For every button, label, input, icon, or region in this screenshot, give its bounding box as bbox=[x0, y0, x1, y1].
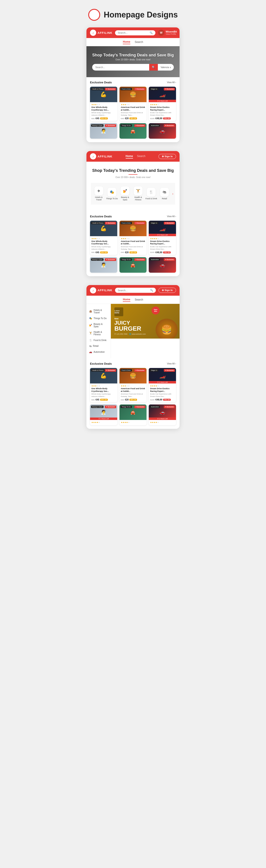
nav-search-3[interactable]: Search bbox=[135, 298, 143, 302]
d3-discount-fitness: 30% Off bbox=[100, 399, 108, 401]
burger-discount-badge: Save 30% bbox=[152, 307, 160, 314]
navbar-search-input[interactable] bbox=[118, 31, 148, 34]
d3-old-price-car: €199 bbox=[150, 399, 155, 401]
deal-stars-car: ★★★★★ bbox=[150, 103, 175, 106]
d3-badge-car: ✦ Exclusive bbox=[164, 369, 175, 372]
d2-old-price-car: €199 bbox=[150, 251, 155, 253]
d3-stars-car: ★★★★★ bbox=[150, 385, 175, 387]
deal-pricing-food: €40 €20 50% Off bbox=[121, 117, 145, 120]
d3-things-card[interactable]: 🎪 Things To Do ✦ Exclusive ★★★★★ bbox=[119, 404, 147, 425]
deal2-card-food[interactable]: 🍔 Food & Drink ✦ Exclusive ★★★★★ America… bbox=[119, 221, 147, 255]
sidebar-item-health[interactable]: 🏋 Health & Fitness bbox=[86, 329, 111, 337]
deal-card-fitness[interactable]: 💪 Health & Fitness ✦ Exclusive ★★★★★ One… bbox=[90, 87, 117, 121]
navbar-3: ♪ AFFILINK 🔍 ⊕ Sign In bbox=[86, 285, 180, 296]
deal2-img-food: 🍔 Food & Drink ✦ Exclusive bbox=[119, 221, 147, 236]
d2-cat-spa: Beauty & Spas bbox=[91, 258, 104, 261]
category-health[interactable]: 🏋 Health & Fitness bbox=[132, 186, 144, 201]
sidebar-retail-label: Retail bbox=[93, 345, 99, 347]
signin-button-2[interactable]: ⊕ Sign In bbox=[159, 154, 176, 159]
nav-search-2[interactable]: Search bbox=[137, 154, 145, 159]
deal-card-things-preview[interactable]: 🎪 Things To Do ✦ Exclusive bbox=[119, 123, 147, 139]
sidebar-main: LOGO HERE New Juicy Burger ✆ 123-456-789… bbox=[111, 304, 180, 359]
deal3-card-car[interactable]: 🏎️ Stage 11 ✦ Exclusive ⏱ 2 Hours Left ★… bbox=[149, 368, 176, 402]
deal-discount-food: 50% Off bbox=[129, 117, 137, 119]
hero-search-bar-1[interactable]: 🔍 Valencia ∨ bbox=[92, 64, 174, 70]
nav-home-2[interactable]: Home bbox=[126, 154, 133, 159]
d2-things-preview[interactable]: 🎪 Things To Do ✦ Exclusive bbox=[119, 257, 147, 273]
deal3-card-food[interactable]: 🍔 Food & Drink ✦ Exclusive ★★★★★ America… bbox=[119, 368, 147, 402]
sidebar-hotels-label: Hotels & Travel bbox=[94, 309, 108, 314]
view-all-button-3[interactable]: View All › bbox=[167, 363, 176, 365]
section-header-3: Exclusive Deals View All › bbox=[90, 362, 176, 365]
d3-name-food: American Food and Drink at SubW... bbox=[121, 388, 145, 393]
categories-row: ✈ Hotels & Travel 🎭 Things To Do 💅 Beaut… bbox=[91, 183, 175, 205]
category-food[interactable]: 🍴 Food & Drink bbox=[145, 188, 157, 200]
deal-name-food: American Food and Drink at SubW... bbox=[121, 106, 145, 111]
d2-spa-preview[interactable]: 🧖 Beauty & Spas ✦ Exclusive bbox=[90, 257, 117, 273]
deal-stars-fitness: ★★★★★ bbox=[91, 103, 116, 106]
category-next-arrow[interactable]: › bbox=[172, 192, 174, 195]
navbar-search-input-3[interactable] bbox=[118, 289, 149, 292]
deal3-card-fitness[interactable]: 💪 Health & Fitness ✦ Exclusive ★★★★★ One… bbox=[90, 368, 117, 402]
navbar-search-box[interactable]: 🔍 bbox=[115, 30, 155, 35]
sidebar-item-beauty[interactable]: 💅 Beauty & Spas bbox=[86, 321, 111, 329]
category-label-health: Health & Fitness bbox=[132, 196, 144, 201]
hero-location-selector[interactable]: Valencia ∨ bbox=[158, 64, 174, 70]
d2-car-icon: 🏎️ bbox=[159, 225, 166, 231]
navbar-search-box-3[interactable]: 🔍 bbox=[115, 288, 156, 293]
sidebar-item-hotels[interactable]: 🏨 Hotels & Travel bbox=[86, 307, 111, 315]
view-all-button-1[interactable]: View All › bbox=[167, 81, 176, 84]
d2-auto-preview[interactable]: 🚗 Automotive ✦ Exclusive bbox=[149, 257, 176, 273]
deal-card-spa-preview[interactable]: 🧖 Beauty & Spas ✦ Exclusive bbox=[90, 123, 117, 139]
deal2-card-car[interactable]: 🏎️ Stage 11 ✦ Exclusive ⏱ 2 Hours Left ★… bbox=[149, 221, 176, 255]
d2-fitness-icon: 💪 bbox=[100, 225, 107, 231]
deal-price-car: €49,99 bbox=[155, 117, 162, 120]
deal-body-food: ★★★★★ American Food and Drink at SubW...… bbox=[119, 102, 147, 121]
d2-body-food: ★★★★★ American Food and Drink at SubW...… bbox=[119, 236, 147, 255]
d3-body-car: ★★★★★ Dream Drive Exotics Racing Experi.… bbox=[149, 383, 176, 402]
d2-desc-fitness: Whole-body cryotherapy reduces inflamm..… bbox=[91, 246, 116, 250]
category-hotels[interactable]: ✈ Hotels & Travel bbox=[92, 186, 105, 201]
hero-burger-banner: LOGO HERE New Juicy Burger ✆ 123-456-789… bbox=[111, 304, 180, 339]
category-retail[interactable]: 🛍 Retail bbox=[158, 188, 170, 200]
deal-card-food[interactable]: 🍔 Food & Drink ✦ Exclusive ★★★★★ America… bbox=[119, 87, 147, 121]
hero-title-1: Shop Today's Trending Deals and Save Big bbox=[92, 53, 174, 58]
deal-card-auto-preview[interactable]: 🚗 Automotive ✦ Exclusive bbox=[149, 123, 176, 139]
deal-body-car: ★★★★★ Dream Drive Exotics Racing Experi.… bbox=[149, 102, 176, 121]
nav-home-3[interactable]: Home bbox=[123, 298, 130, 302]
sidebar-item-things[interactable]: 🎭 Things To Do bbox=[86, 315, 111, 321]
d3-old-price-food: €40 bbox=[121, 399, 124, 401]
signin-button-3[interactable]: ⊕ Sign In bbox=[159, 288, 176, 293]
deal-name-car: Dream Drive Exotics Racing Experi... bbox=[150, 106, 175, 111]
d2-old-price-food: €40 bbox=[121, 251, 124, 253]
d3-stars-auto: ★★★★★ bbox=[150, 421, 175, 424]
category-things[interactable]: 🎭 Things To Do bbox=[106, 188, 118, 200]
deal-badge-car: ✦ Exclusive bbox=[164, 88, 175, 90]
view-all-button-2[interactable]: View All › bbox=[167, 215, 176, 218]
deal-desc-car: Exotic Car Experience with Dream Drive E… bbox=[150, 112, 175, 116]
d3-discount-food: 50% Off bbox=[129, 399, 137, 401]
deal-card-car[interactable]: 🏎️ Stage 11 ✦ Exclusive ⏱ 2 Hours Left ★… bbox=[149, 87, 176, 121]
deal-badge-things-preview: ✦ Exclusive bbox=[134, 124, 145, 127]
d3-spa-card[interactable]: 🧖 Beauty & Spas ✦ Exclusive ⏱ 2 Hours Le… bbox=[90, 404, 117, 425]
nav-home-1[interactable]: Home bbox=[123, 40, 130, 44]
d3-cat-food: Food & Drink bbox=[121, 369, 132, 372]
deal2-card-fitness[interactable]: 💪 Health & Fitness ✦ Exclusive ★★★★★ One… bbox=[90, 221, 117, 255]
hero-search-input-1[interactable] bbox=[92, 64, 149, 70]
category-label-things: Things To Do bbox=[106, 197, 118, 200]
category-beauty[interactable]: 💅 Beauty & Spas bbox=[119, 186, 131, 201]
user-subtitle: View Profile bbox=[166, 33, 177, 35]
deal-category-things-preview: Things To Do bbox=[121, 124, 132, 127]
d3-price-food: €20 bbox=[125, 399, 129, 401]
things-icon: 🎭 bbox=[107, 188, 116, 196]
sidebar-item-food[interactable]: 🍴 Food & Drink bbox=[86, 337, 111, 343]
d3-old-price-fitness: €65 bbox=[91, 399, 95, 401]
hero-search-button[interactable]: 🔍 bbox=[149, 64, 158, 70]
d3-auto-card[interactable]: 🚗 Automotive ✦ Exclusive ⏱ 2 Hours Left … bbox=[149, 404, 176, 425]
hero-burger-left: LOGO HERE New Juicy Burger ✆ 123-456-789… bbox=[114, 307, 146, 335]
sidebar-item-retail[interactable]: 🛍 Retail bbox=[86, 343, 111, 349]
sidebar-item-automotive[interactable]: 🚗 Automotive bbox=[86, 349, 111, 355]
deal-category-fitness: Health & Fitness bbox=[91, 88, 105, 90]
nav-search-1[interactable]: Search bbox=[135, 40, 143, 44]
affilink-logo-icon-3: ♪ bbox=[90, 287, 96, 293]
